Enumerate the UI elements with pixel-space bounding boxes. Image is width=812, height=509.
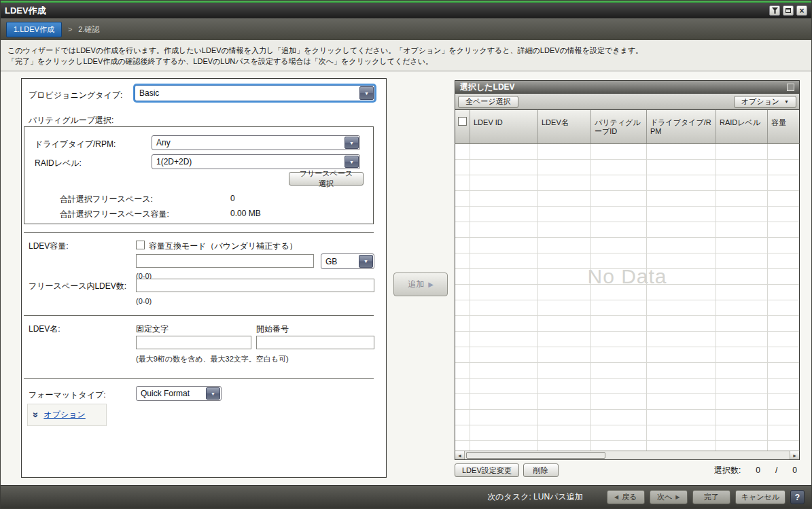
scroll-left-icon[interactable]: ◄ — [455, 451, 465, 459]
table-cell — [768, 425, 799, 440]
drive-type-select[interactable]: Any ▼ — [152, 135, 360, 150]
table-cell — [768, 441, 799, 451]
table-cell — [716, 175, 768, 190]
panel-options-button[interactable]: オプション ▼ — [734, 96, 796, 108]
table-cell — [591, 160, 647, 175]
description-line-1: このウィザードではLDEVの作成を行います。作成したいLDEVの情報を入力し「追… — [7, 45, 805, 56]
table-cell — [455, 238, 470, 253]
start-number-input[interactable] — [256, 336, 374, 349]
capacity-unit-select[interactable]: GB ▼ — [321, 253, 374, 269]
column-header-parity-group-id[interactable]: パリティグループID — [591, 110, 647, 143]
provisioning-type-select[interactable]: Basic ▼ — [135, 85, 375, 101]
add-button[interactable]: 追加 ▶ — [393, 273, 448, 296]
close-button[interactable]: × — [796, 5, 807, 16]
column-header-ldev-id[interactable]: LDEV ID — [470, 110, 538, 143]
table-cell — [647, 441, 716, 451]
table-cell — [470, 394, 538, 409]
titlebar: LDEV作成 × — [1, 3, 811, 18]
table-body: No Data — [455, 144, 800, 451]
header-checkbox-cell — [455, 110, 470, 143]
table-cell — [591, 425, 647, 440]
select-all-checkbox[interactable] — [458, 117, 467, 126]
table-cell — [647, 394, 716, 409]
description-line-2: 「完了」をクリックしLDEV作成の確認後終了するか、LDEVのLUNパスを設定す… — [7, 56, 805, 67]
column-header-raid-level[interactable]: RAIDレベル — [716, 110, 768, 143]
select-all-pages-button[interactable]: 全ページ選択 — [458, 96, 518, 108]
panel-footer: LDEV設定変更 削除 選択数: 0 / 0 — [455, 463, 800, 477]
table-cell — [716, 363, 768, 378]
step-1-ldev-create: 1.LDEV作成 — [6, 22, 62, 37]
table-cell — [768, 238, 799, 253]
table-cell — [470, 347, 538, 362]
format-type-select[interactable]: Quick Format ▼ — [136, 386, 222, 401]
ldev-count-input[interactable] — [136, 279, 374, 292]
table-cell — [470, 363, 538, 378]
scrollbar-thumb[interactable] — [466, 452, 605, 459]
table-cell — [647, 160, 716, 175]
table-cell — [716, 160, 768, 175]
table-row — [455, 175, 799, 191]
table-cell — [470, 300, 538, 315]
maximize-button[interactable] — [783, 5, 794, 16]
panel-collapse-icon[interactable] — [787, 84, 794, 91]
cancel-button[interactable]: キャンセル — [735, 490, 785, 504]
table-cell — [538, 175, 591, 190]
table-cell — [591, 175, 647, 190]
capacity-input[interactable] — [136, 254, 314, 268]
table-cell — [455, 222, 470, 237]
next-button[interactable]: 次へ ▶ — [650, 490, 688, 504]
table-cell — [647, 379, 716, 393]
scroll-right-icon[interactable]: ► — [790, 451, 799, 459]
table-cell — [716, 144, 768, 159]
table-cell — [455, 441, 470, 451]
dialog-footer: 次のタスク: LUNパス追加 ◀ 戻る 次へ ▶ 完了 キャンセル ? — [1, 485, 811, 508]
help-button[interactable]: ? — [790, 490, 805, 504]
filter-icon — [772, 7, 778, 14]
options-link[interactable]: オプション — [43, 409, 85, 421]
capacity-unit-value: GB — [321, 254, 358, 268]
wizard-steps: 1.LDEV作成 > 2.確認 — [1, 18, 811, 40]
fixed-text-input[interactable] — [136, 336, 251, 349]
finish-button[interactable]: 完了 — [692, 490, 730, 504]
table-cell — [768, 175, 799, 190]
column-header-ldev-name[interactable]: LDEV名 — [538, 110, 591, 143]
capacity-compat-checkbox[interactable] — [136, 241, 145, 249]
delete-button[interactable]: 削除 — [523, 463, 559, 477]
table-cell — [768, 316, 799, 331]
ldev-settings-change-button[interactable]: LDEV設定変更 — [455, 463, 519, 477]
table-cell — [470, 316, 538, 331]
back-button[interactable]: ◀ 戻る — [607, 490, 645, 504]
column-header-drive-type[interactable]: ドライブタイプ/RPM — [647, 110, 716, 143]
table-row — [455, 222, 799, 238]
table-cell — [470, 191, 538, 206]
table-cell — [470, 222, 538, 237]
count-separator: / — [775, 466, 777, 475]
parity-group-select-label: パリティグループ選択: — [29, 115, 113, 126]
selected-ldev-panel: 選択したLDEV 全ページ選択 オプション ▼ LDEV ID LDEV名 パリ… — [455, 80, 800, 477]
table-cell — [591, 394, 647, 409]
table-cell — [716, 207, 768, 222]
table-cell — [455, 394, 470, 409]
table-cell — [591, 207, 647, 222]
table-row — [455, 441, 799, 451]
free-space-select-button[interactable]: フリースペース選択 — [289, 172, 364, 186]
table-cell — [768, 222, 799, 237]
ldev-form-panel: プロビジョニングタイプ: Basic ▼ パリティグループ選択: ドライブタイプ… — [21, 78, 387, 478]
step-separator-icon: > — [68, 25, 72, 33]
main-content: プロビジョニングタイプ: Basic ▼ パリティグループ選択: ドライブタイプ… — [1, 71, 811, 485]
arrow-right-icon: ▶ — [428, 281, 434, 288]
table-cell — [768, 347, 799, 362]
column-header-capacity[interactable]: 容量 — [768, 110, 799, 143]
table-cell — [538, 425, 591, 440]
horizontal-scrollbar[interactable]: ◄ ► — [455, 451, 800, 460]
options-expander[interactable]: » オプション — [27, 404, 107, 426]
table-cell — [538, 410, 591, 425]
raid-level-select[interactable]: 1(2D+2D) ▼ — [152, 154, 360, 169]
drive-type-value: Any — [152, 136, 344, 150]
capacity-compat-label: 容量互換モード（バウンダリ補正する） — [149, 241, 298, 252]
filter-button[interactable] — [769, 5, 780, 16]
table-cell — [538, 441, 591, 451]
table-cell — [538, 222, 591, 237]
section-divider — [24, 315, 374, 316]
table-row — [455, 363, 799, 379]
